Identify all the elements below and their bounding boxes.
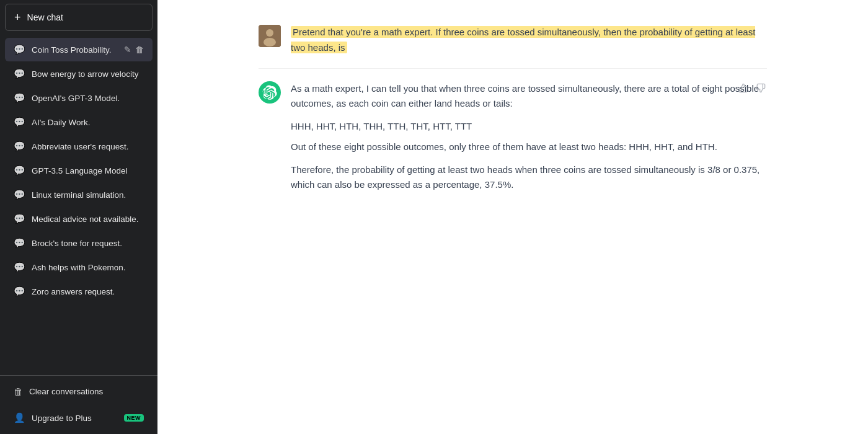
conv-title: Bow energy to arrow velocity (32, 69, 144, 79)
conv-title: Zoro answers request. (32, 287, 144, 296)
chat-icon: 💬 (14, 189, 25, 200)
chat-icon: 💬 (14, 141, 25, 152)
assistant-combos: HHH, HHT, HTH, THH, TTH, THT, HTT, TTT (291, 119, 767, 135)
assistant-message-text: As a math expert, I can tell you that wh… (291, 81, 767, 193)
sidebar-item-linux[interactable]: 💬 Linux terminal simulation. (5, 183, 153, 206)
conv-title: OpenAI's GPT-3 Model. (32, 94, 144, 103)
thumbs-up-button[interactable] (737, 81, 750, 99)
chat-icon: 💬 (14, 165, 25, 176)
upgrade-icon: 👤 (14, 412, 25, 423)
conv-title: GPT-3.5 Language Model (32, 166, 144, 175)
sidebar-item-gpt35[interactable]: 💬 GPT-3.5 Language Model (5, 159, 153, 182)
edit-icon[interactable]: ✎ (124, 45, 131, 55)
sidebar-footer: 🗑 Clear conversations 👤 Upgrade to Plus … (0, 375, 157, 434)
user-message-content: Pretend that you're a math expert. If th… (291, 25, 767, 56)
assistant-para2: Out of these eight possible outcomes, on… (291, 140, 767, 155)
conv-title: Medical advice not available. (32, 215, 144, 224)
sidebar-item-ash[interactable]: 💬 Ash helps with Pokemon. (5, 255, 153, 279)
plus-icon: + (14, 12, 21, 23)
upgrade-to-plus-button[interactable]: 👤 Upgrade to Plus NEW (5, 405, 153, 431)
conv-actions: ✎ 🗑 (124, 45, 144, 55)
chat-icon: 💬 (14, 213, 25, 224)
chat-icon: 💬 (14, 44, 25, 55)
conv-title: Coin Toss Probability. (32, 45, 118, 55)
main-content: Pretend that you're a math expert. If th… (157, 0, 868, 434)
conv-title: Linux terminal simulation. (32, 190, 144, 200)
message-actions (737, 81, 767, 99)
gpt-avatar-image (259, 81, 281, 104)
new-chat-button[interactable]: + New chat (5, 4, 153, 31)
sidebar: + New chat 💬 Coin Toss Probability. ✎ 🗑 … (0, 0, 157, 434)
user-message-block: Pretend that you're a math expert. If th… (259, 12, 767, 69)
chat-icon: 💬 (14, 286, 25, 297)
messages-area: Pretend that you're a math expert. If th… (246, 0, 779, 434)
user-avatar (259, 25, 281, 47)
assistant-para1: As a math expert, I can tell you that wh… (291, 81, 767, 112)
chat-icon: 💬 (14, 117, 25, 128)
chat-icon: 💬 (14, 92, 25, 104)
chat-icon: 💬 (14, 237, 25, 249)
conv-title: AI's Daily Work. (32, 118, 144, 127)
conv-title: Ash helps with Pokemon. (32, 263, 144, 272)
user-avatar-image (259, 25, 281, 47)
delete-icon[interactable]: 🗑 (135, 45, 144, 55)
conv-title: Brock's tone for request. (32, 239, 144, 248)
sidebar-item-bow-energy[interactable]: 💬 Bow energy to arrow velocity (5, 62, 153, 86)
new-badge: NEW (124, 414, 144, 422)
sidebar-item-openai-gpt3[interactable]: 💬 OpenAI's GPT-3 Model. (5, 86, 153, 110)
chat-icon: 💬 (14, 68, 25, 79)
conv-title: Abbreviate user's request. (32, 142, 144, 151)
sidebar-item-brock[interactable]: 💬 Brock's tone for request. (5, 231, 153, 255)
assistant-message-content: As a math expert, I can tell you that wh… (291, 81, 767, 193)
assistant-message-block: As a math expert, I can tell you that wh… (259, 69, 767, 206)
sidebar-item-ai-daily[interactable]: 💬 AI's Daily Work. (5, 110, 153, 134)
sidebar-item-coin-toss[interactable]: 💬 Coin Toss Probability. ✎ 🗑 (5, 38, 153, 61)
svg-point-1 (266, 29, 273, 37)
user-message-highlight: Pretend that you're a math expert. If th… (291, 26, 755, 53)
upgrade-label: Upgrade to Plus (32, 414, 92, 423)
thumbs-down-button[interactable] (755, 81, 767, 99)
sidebar-item-medical[interactable]: 💬 Medical advice not available. (5, 207, 153, 231)
conversation-list: 💬 Coin Toss Probability. ✎ 🗑 💬 Bow energ… (0, 35, 157, 375)
chat-icon: 💬 (14, 262, 25, 273)
sidebar-item-abbreviate[interactable]: 💬 Abbreviate user's request. (5, 135, 153, 158)
sidebar-item-zoro[interactable]: 💬 Zoro answers request. (5, 280, 153, 303)
clear-conversations-button[interactable]: 🗑 Clear conversations (5, 379, 153, 404)
svg-point-2 (264, 38, 276, 46)
clear-label: Clear conversations (29, 387, 103, 396)
assistant-para3: Therefore, the probability of getting at… (291, 162, 767, 193)
assistant-avatar (259, 81, 281, 104)
user-message-text: Pretend that you're a math expert. If th… (291, 25, 767, 56)
new-chat-label: New chat (27, 12, 63, 22)
trash-icon: 🗑 (14, 386, 23, 397)
